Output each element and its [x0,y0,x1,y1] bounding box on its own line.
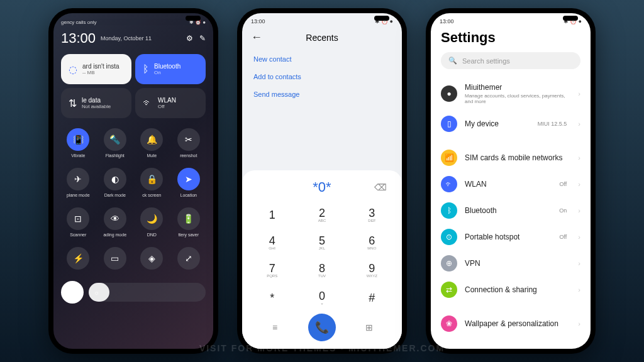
wallpaper-icon: ❀ [441,315,457,332]
page-title: Settings [431,27,591,52]
item-title: Portable hotspot [465,233,552,241]
tile-sub: Not available [82,104,111,109]
key-letters: TUV [318,274,326,278]
brightness-fill: ☼ [89,283,109,302]
keypad-key-9[interactable]: 9WXYZ [347,256,397,283]
watermark-text: VISIT FOR MORE THEMES - MIUITHEMER.COM [199,343,445,353]
back-button[interactable]: ← [251,31,262,44]
setting-icon: ⊕ [441,255,457,272]
toggle-icon: 🔋 [177,207,200,230]
keypad-key-2[interactable]: 2ABC [297,200,347,228]
search-input[interactable]: 🔍 Search settings [441,52,580,69]
toggle-icon: ⊡ [67,207,89,230]
action-link[interactable]: Add to contacts [253,68,391,85]
keypad-key-7[interactable]: 7PQRS [247,256,297,283]
toggle-plane mode[interactable]: ✈plane mode [61,164,96,201]
settings-item[interactable]: 📶SIM cards & mobile networks› [431,145,591,171]
settings-item[interactable]: ⊙Portable hotspotOff› [431,224,591,250]
key-letters: JKL [319,246,325,250]
keypad-key-#[interactable]: # [347,283,397,311]
setting-icon: ⊙ [441,229,457,245]
keypad-toggle-button[interactable]: ⊞ [360,318,379,337]
menu-button[interactable]: ≡ [265,318,284,337]
toggle-icon: 📳 [67,128,89,151]
toggle-ck screen[interactable]: 🔒ck screen [135,164,169,201]
keypad-key-8[interactable]: 8TUV [297,256,347,283]
tile-title: Bluetooth [154,63,180,70]
toggle-Flashlight[interactable]: 🔦Flashlight [98,124,133,162]
toggle-Location[interactable]: ➤Location [172,164,206,201]
toggle-Dark mode[interactable]: ◐Dark mode [98,164,133,201]
phone-settings: 13:00 ✱ ⏰ ● Settings 🔍 Search settings ●… [426,8,596,354]
toggle-Scanner[interactable]: ⊡Scanner [61,204,96,241]
action-link[interactable]: Send message [253,85,391,103]
toggle-label: Dark mode [104,193,126,197]
toggle-Vibrate[interactable]: 📳Vibrate [61,124,96,162]
item-value: Off [559,234,567,240]
action-link[interactable]: New contact [253,50,391,68]
status-time: 13:00 [251,18,265,25]
settings-item[interactable]: ᯤWLANOff› [431,171,591,197]
key-digit: 0 [319,290,325,303]
toggle-icon: ✈ [67,168,89,190]
item-title: Bluetooth [465,206,552,215]
chevron-right-icon: › [578,233,580,241]
keypad-key-5[interactable]: 5JKL [297,228,347,256]
data-usage-tile[interactable]: ◌ ard isn't insta -- MB [61,54,131,84]
toggle-ttery saver[interactable]: 🔋ttery saver [172,204,206,241]
toggle-label: ading mode [103,233,126,237]
my-device-item[interactable]: ▯ My device MIUI 12.5.5 › [431,111,591,137]
key-digit: 8 [319,262,325,275]
brightness-slider[interactable]: ☼ [89,283,206,302]
number-display: *0* ⌫ [247,179,397,195]
settings-list: ● Miuithemer Manage accounts, cloud serv… [431,77,591,349]
setting-icon: ᯤ [441,176,457,192]
toggle-DND[interactable]: 🌙DND [135,204,169,241]
keypad-key-*[interactable]: * [247,283,297,311]
toggle-label: reenshot [180,153,197,158]
mobile-data-tile[interactable]: ⇅ le data Not available [61,88,131,118]
auto-brightness-button[interactable]: ☀ [61,281,84,304]
toggle-extra[interactable]: ◈ [135,243,169,276]
item-subtitle: Manage accounts, cloud services, payment… [465,93,570,104]
backspace-button[interactable]: ⌫ [374,182,387,192]
settings-item[interactable]: ᛒBluetoothOn› [431,197,591,224]
item-value: Off [559,181,567,187]
key-digit: 7 [269,262,275,275]
action-links: New contactAdd to contactsSend message [242,48,402,106]
wifi-icon: ᯤ [143,97,153,109]
key-digit: 9 [369,262,375,275]
call-button[interactable]: 📞 [308,314,336,341]
toggle-Mute[interactable]: 🔔Mute [135,124,169,162]
toggle-extra[interactable]: ⤢ [172,243,206,276]
keypad-key-4[interactable]: 4GHI [247,228,297,256]
entered-number: *0* [313,179,331,195]
toggle-icon: ⤢ [177,247,200,270]
toggle-label: ck screen [142,193,161,197]
keypad-key-0[interactable]: 0+ [297,283,347,311]
toggle-extra[interactable]: ▭ [98,243,133,276]
settings-item[interactable]: ⇄Connection & sharing› [431,277,591,303]
phone-control-center: gency calls only ✱ ⏰ ● 13:00 Monday, Oct… [48,8,218,354]
item-title: Wallpaper & personalization [465,319,570,328]
toggle-icon: 🔔 [140,128,163,151]
key-letters: MNO [367,246,376,250]
key-digit: 3 [369,207,375,220]
edit-icon[interactable]: ✎ [199,34,206,43]
wallpaper-item[interactable]: ❀ Wallpaper & personalization › [431,310,591,337]
setting-icon: ᛒ [441,202,457,219]
keypad-key-3[interactable]: 3DEF [347,200,397,228]
account-item[interactable]: ● Miuithemer Manage accounts, cloud serv… [431,77,591,111]
toggle-ading mode[interactable]: 👁ading mode [98,204,133,241]
keypad-key-6[interactable]: 6MNO [347,228,397,256]
settings-icon[interactable]: ⚙ [186,34,193,43]
toggle-extra[interactable]: ⚡ [61,243,96,276]
keypad: 12ABC3DEF4GHI5JKL6MNO7PQRS8TUV9WXYZ*0+# [247,200,397,311]
tile-title: le data [82,97,111,104]
key-digit: # [369,292,375,305]
toggle-reenshot[interactable]: ✂reenshot [172,124,206,162]
wlan-tile[interactable]: ᯤ WLAN Off [135,88,206,118]
bluetooth-tile[interactable]: ᛒ Bluetooth On [135,54,206,84]
keypad-key-1[interactable]: 1 [247,200,297,228]
settings-item[interactable]: ⊕VPN› [431,250,591,277]
